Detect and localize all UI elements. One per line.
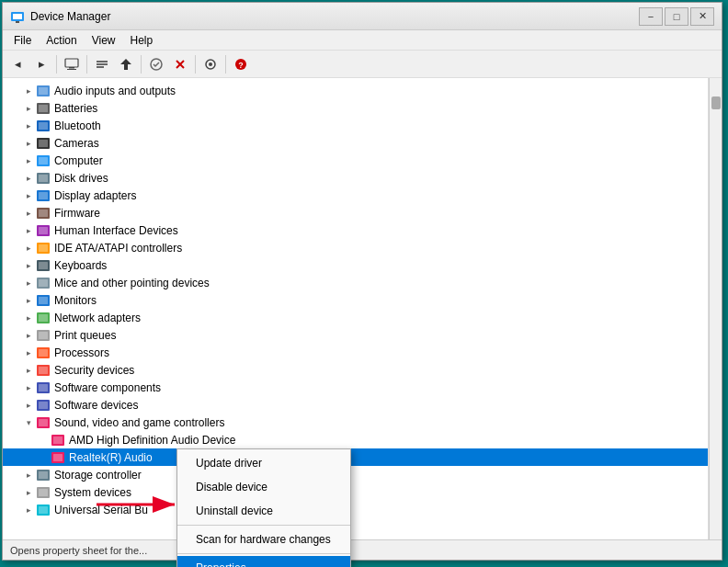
tree-item-amd-audio[interactable]: AMD High Definition Audio Device: [3, 431, 708, 448]
properties-button[interactable]: [91, 53, 113, 75]
expander-display[interactable]: [21, 188, 36, 203]
menu-action[interactable]: Action: [39, 32, 84, 49]
tree-item-sound[interactable]: Sound, video and game controllers: [3, 414, 708, 431]
tree-item-usb[interactable]: Universal Serial Bu: [3, 501, 708, 518]
tree-item-security[interactable]: Security devices: [3, 361, 708, 379]
update-driver-button[interactable]: [115, 53, 137, 75]
tree-item-network[interactable]: Network adapters: [3, 309, 708, 326]
icon-audio: [36, 84, 51, 98]
expander-disk[interactable]: [21, 171, 36, 186]
tree-item-computer[interactable]: Computer: [3, 152, 708, 169]
forward-button[interactable]: ▸: [30, 53, 52, 75]
icon-ide: [36, 241, 51, 255]
expander-cameras[interactable]: [21, 136, 36, 151]
tree-item-ide[interactable]: IDE ATA/ATAPI controllers: [3, 239, 708, 256]
menu-view[interactable]: View: [85, 32, 123, 49]
tree-item-audio[interactable]: Audio inputs and outputs: [3, 82, 708, 99]
context-properties[interactable]: Properties: [177, 556, 350, 567]
svg-rect-30: [39, 192, 48, 199]
svg-rect-58: [53, 437, 63, 444]
icon-print: [36, 328, 51, 343]
expander-audio[interactable]: [21, 84, 36, 98]
toolbar: ◂ ▸ ?: [3, 51, 722, 78]
back-button[interactable]: ◂: [6, 53, 28, 75]
scrollbar[interactable]: [709, 78, 722, 539]
label-hid: Human Interface Devices: [54, 224, 178, 237]
tree-item-system[interactable]: System devices: [3, 483, 708, 501]
titlebar: Device Manager − □ ✕: [3, 3, 722, 30]
menu-file[interactable]: File: [6, 32, 39, 49]
uninstall-button[interactable]: [169, 53, 191, 75]
expander-software-devices[interactable]: [21, 398, 36, 413]
computer-button[interactable]: [61, 53, 83, 75]
svg-rect-24: [39, 140, 48, 147]
tree-item-print[interactable]: Print queues: [3, 326, 708, 344]
tree-item-bluetooth[interactable]: Bluetooth: [3, 117, 708, 134]
tree-item-software-devices[interactable]: Software devices: [3, 396, 708, 414]
expander-system[interactable]: [21, 485, 36, 500]
tree-item-firmware[interactable]: Firmware: [3, 204, 708, 221]
expander-network[interactable]: [21, 311, 36, 325]
expander-sound[interactable]: [21, 415, 36, 430]
context-uninstall-device[interactable]: Uninstall device: [177, 499, 350, 523]
tree-item-cameras[interactable]: Cameras: [3, 134, 708, 152]
svg-rect-60: [53, 454, 63, 461]
expander-security[interactable]: [21, 363, 36, 378]
label-computer: Computer: [54, 154, 103, 167]
svg-rect-4: [69, 67, 74, 69]
icon-display: [36, 188, 51, 203]
expander-mice[interactable]: [21, 276, 36, 290]
tree-item-display[interactable]: Display adapters: [3, 187, 708, 204]
maximize-button[interactable]: □: [665, 7, 688, 26]
expander-bluetooth[interactable]: [21, 119, 36, 133]
expander-computer[interactable]: [21, 153, 36, 168]
menubar: File Action View Help: [3, 30, 722, 51]
tree-item-mice[interactable]: Mice and other pointing devices: [3, 274, 708, 291]
label-firmware: Firmware: [54, 207, 100, 220]
svg-rect-52: [39, 384, 48, 391]
tree-item-storage[interactable]: Storage controller: [3, 466, 708, 483]
context-separator-2: [177, 553, 350, 554]
icon-hid: [36, 223, 51, 238]
expander-software-components[interactable]: [21, 380, 36, 395]
icon-security: [36, 363, 51, 378]
tree-item-keyboards[interactable]: Keyboards: [3, 256, 708, 274]
help-button[interactable]: ?: [230, 53, 252, 75]
expander-processors[interactable]: [21, 346, 36, 360]
expander-usb[interactable]: [21, 503, 36, 517]
expander-monitors[interactable]: [21, 293, 36, 308]
tree-item-disk[interactable]: Disk drives: [3, 169, 708, 187]
device-tree[interactable]: Audio inputs and outputs Batteries Bluet…: [3, 78, 709, 539]
tree-item-hid[interactable]: Human Interface Devices: [3, 221, 708, 239]
expander-print[interactable]: [21, 328, 36, 343]
icon-computer: [36, 153, 51, 168]
tree-item-realtek-audio[interactable]: Realtek(R) Audio: [3, 448, 708, 466]
expander-ide[interactable]: [21, 241, 36, 255]
icon-software-devices: [36, 398, 51, 413]
icon-disk: [36, 171, 51, 186]
label-sound: Sound, video and game controllers: [54, 416, 224, 429]
minimize-button[interactable]: −: [639, 7, 663, 26]
expander-hid[interactable]: [21, 223, 36, 238]
svg-rect-7: [97, 63, 108, 65]
expander-batteries[interactable]: [21, 101, 36, 116]
enable-button[interactable]: [145, 53, 167, 75]
icon-storage: [36, 468, 51, 482]
app-icon: [10, 9, 25, 24]
tree-item-monitors[interactable]: Monitors: [3, 291, 708, 309]
expander-keyboards[interactable]: [21, 258, 36, 273]
tree-item-processors[interactable]: Processors: [3, 344, 708, 361]
scan-button[interactable]: [199, 53, 222, 75]
label-print: Print queues: [54, 329, 116, 342]
tree-item-batteries[interactable]: Batteries: [3, 99, 708, 117]
menu-help[interactable]: Help: [123, 32, 161, 49]
context-scan-hardware[interactable]: Scan for hardware changes: [177, 527, 350, 551]
close-button[interactable]: ✕: [690, 7, 714, 26]
label-system: System devices: [54, 486, 131, 499]
expander-firmware[interactable]: [21, 206, 36, 221]
icon-keyboards: [36, 258, 51, 273]
context-update-driver[interactable]: Update driver: [177, 451, 350, 475]
context-disable-device[interactable]: Disable device: [177, 475, 350, 499]
expander-storage[interactable]: [21, 468, 36, 482]
tree-item-software-components[interactable]: Software components: [3, 379, 708, 396]
